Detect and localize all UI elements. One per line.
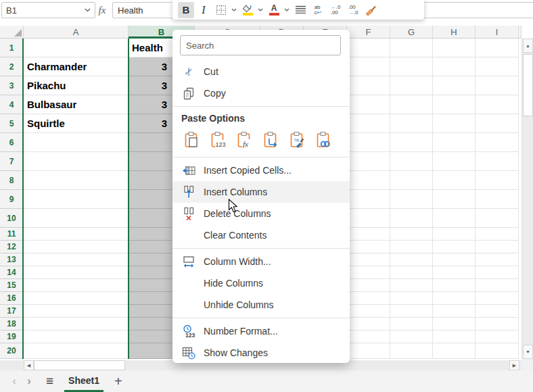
cell-G19[interactable]	[390, 330, 433, 343]
cell-H13[interactable]	[433, 253, 476, 266]
scroll-right-button[interactable]: ▶	[509, 360, 519, 370]
cell-G2[interactable]	[390, 57, 433, 76]
cell-H9[interactable]	[433, 190, 476, 209]
cell-F14[interactable]	[347, 266, 390, 279]
chevron-down-icon[interactable]	[231, 8, 237, 11]
row-header-6[interactable]: 6	[0, 133, 24, 152]
row-header-9[interactable]: 9	[0, 190, 24, 209]
cell-I3[interactable]	[476, 76, 519, 95]
cell-I20[interactable]	[476, 343, 519, 359]
cell-A9[interactable]	[24, 190, 129, 209]
format-painter-button[interactable]	[363, 2, 379, 18]
scroll-up-button[interactable]: ▲	[523, 39, 533, 53]
cell-I7[interactable]	[476, 152, 519, 171]
cell-G20[interactable]	[390, 343, 433, 359]
cell-I11[interactable]	[476, 228, 519, 241]
cell-I14[interactable]	[476, 266, 519, 279]
cell-G5[interactable]	[390, 114, 433, 133]
cell-I12[interactable]	[476, 241, 519, 253]
paste-formulas-button[interactable]: fx	[234, 131, 254, 151]
cell-A2[interactable]: Charmander	[24, 57, 129, 76]
cell-G3[interactable]	[390, 76, 433, 95]
chevron-down-icon[interactable]	[258, 8, 263, 11]
column-header-F[interactable]: F	[347, 26, 390, 39]
cell-F18[interactable]	[347, 318, 390, 330]
row-header-1[interactable]: 1	[0, 39, 24, 57]
cell-G9[interactable]	[390, 190, 433, 209]
cell-G14[interactable]	[390, 266, 433, 279]
menu-item-hide-columns[interactable]: Hide Columns	[172, 272, 350, 294]
vertical-scroll-thumb[interactable]	[523, 54, 533, 116]
cell-F9[interactable]	[347, 190, 390, 209]
cell-I19[interactable]	[476, 330, 519, 343]
cell-F10[interactable]	[347, 209, 390, 228]
cell-H3[interactable]	[433, 76, 476, 95]
cell-I5[interactable]	[476, 114, 519, 133]
scroll-down-button[interactable]: ▼	[523, 345, 533, 359]
cell-A20[interactable]	[24, 343, 129, 359]
add-sheet-button[interactable]: +	[114, 374, 122, 389]
cell-G12[interactable]	[390, 241, 433, 253]
select-all-corner[interactable]	[0, 26, 24, 39]
column-header-H[interactable]: H	[433, 26, 476, 39]
borders-button[interactable]	[213, 2, 229, 18]
paste-transpose-button[interactable]	[260, 131, 281, 151]
cell-H10[interactable]	[433, 209, 476, 228]
cell-G7[interactable]	[390, 152, 433, 171]
scroll-left-button[interactable]: ◀	[24, 360, 34, 370]
cell-F20[interactable]	[347, 343, 390, 359]
row-header-13[interactable]: 13	[0, 253, 24, 266]
cell-G18[interactable]	[390, 318, 433, 330]
cell-I4[interactable]	[476, 95, 519, 114]
cell-F5[interactable]	[347, 114, 390, 133]
row-header-17[interactable]: 17	[0, 305, 24, 318]
cell-A17[interactable]	[24, 305, 129, 318]
cell-A4[interactable]: Bulbasaur	[24, 95, 129, 114]
cell-F1[interactable]	[347, 39, 390, 57]
bold-button[interactable]: B	[178, 2, 194, 18]
row-header-2[interactable]: 2	[0, 57, 24, 76]
cell-H1[interactable]	[433, 39, 476, 57]
cell-I17[interactable]	[476, 305, 519, 318]
cell-G6[interactable]	[390, 133, 433, 152]
cell-A5[interactable]: Squirtle	[24, 114, 129, 133]
sheet-nav-next-icon[interactable]: ›	[22, 374, 37, 388]
row-header-14[interactable]: 14	[0, 266, 24, 279]
cell-F4[interactable]	[347, 95, 390, 114]
menu-item-column-width[interactable]: Column Width...	[172, 251, 350, 272]
cell-H11[interactable]	[433, 228, 476, 241]
menu-item-cut[interactable]: ✂Cut	[172, 61, 350, 82]
menu-item-delete-columns[interactable]: Delete Columns	[172, 203, 350, 224]
paste-link-button[interactable]	[313, 131, 333, 151]
cell-A19[interactable]	[24, 330, 129, 343]
increase-decimal-button[interactable]: ←.0.00	[327, 2, 344, 18]
cell-I18[interactable]	[476, 318, 519, 330]
cell-I16[interactable]	[476, 292, 519, 305]
paste-formatting-button[interactable]: %	[287, 131, 307, 151]
menu-item-insert-copied-cells[interactable]: Insert Copied Cells...	[172, 160, 350, 181]
row-header-16[interactable]: 16	[0, 292, 24, 305]
cell-F8[interactable]	[347, 171, 390, 190]
cell-H14[interactable]	[433, 266, 476, 279]
menu-item-unhide-columns[interactable]: Unhide Columns	[172, 294, 350, 316]
row-header-18[interactable]: 18	[0, 318, 24, 330]
cell-I9[interactable]	[476, 190, 519, 209]
cell-A14[interactable]	[24, 266, 129, 279]
cell-A8[interactable]	[24, 171, 129, 190]
align-justify-button[interactable]	[292, 2, 308, 18]
cell-I13[interactable]	[476, 253, 519, 266]
row-header-3[interactable]: 3	[0, 76, 24, 95]
fx-button[interactable]: fx	[93, 2, 111, 18]
paste-button[interactable]	[181, 131, 202, 151]
cell-G16[interactable]	[390, 292, 433, 305]
cell-A13[interactable]	[24, 253, 129, 266]
cell-I8[interactable]	[476, 171, 519, 190]
cell-A11[interactable]	[24, 228, 129, 241]
row-header-19[interactable]: 19	[0, 330, 24, 343]
cell-A18[interactable]	[24, 318, 129, 330]
font-color-button[interactable]: A	[266, 2, 282, 18]
row-header-12[interactable]: 12	[0, 241, 24, 253]
row-header-20[interactable]: 20	[0, 343, 24, 359]
cell-I1[interactable]	[476, 39, 519, 57]
cell-H20[interactable]	[433, 343, 476, 359]
